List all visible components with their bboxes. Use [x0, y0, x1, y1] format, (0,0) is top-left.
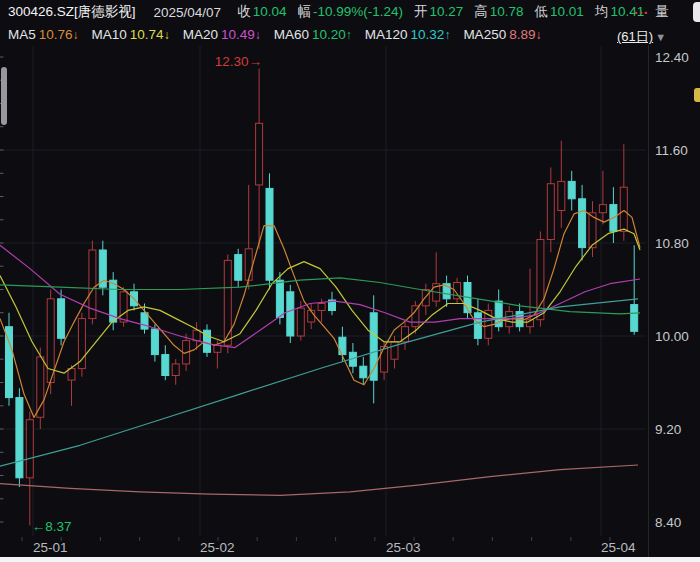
candlestick-chart[interactable]: 12.30→←8.3712.4011.6010.8010.009.208.402…	[0, 0, 700, 562]
low-price-annotation: ←8.37	[32, 519, 72, 534]
ma-line-MA120	[0, 299, 638, 466]
y-axis-label: 11.60	[655, 143, 688, 158]
candle-body	[37, 357, 44, 417]
candle-body	[235, 255, 242, 281]
candle-body	[568, 181, 575, 198]
candle-body	[547, 184, 554, 240]
candle-body	[381, 347, 388, 373]
candle-body	[120, 292, 127, 322]
candle-body	[266, 188, 273, 280]
candle-body	[599, 205, 606, 213]
candle-body	[193, 330, 200, 341]
candle-body	[276, 280, 283, 317]
candle-body	[162, 355, 169, 376]
candle-body	[151, 329, 158, 355]
candle-body	[287, 292, 294, 336]
candle-body	[620, 187, 627, 231]
candle-body	[26, 420, 33, 478]
candle-body	[214, 345, 221, 352]
candle-body	[16, 398, 23, 478]
y-axis-label: 8.40	[655, 515, 681, 530]
y-axis-label: 10.80	[655, 236, 689, 251]
candle-body	[422, 290, 429, 306]
candle-body	[474, 313, 481, 339]
candle-body	[256, 123, 263, 185]
high-price-annotation: 12.30→	[215, 54, 262, 69]
candle-body	[141, 313, 148, 329]
candle-body	[558, 181, 565, 210]
left-scrollbar-thumb[interactable]	[1, 67, 7, 125]
x-axis-label: 25-04	[601, 540, 636, 555]
candle-body	[360, 366, 367, 378]
x-axis-label: 25-03	[386, 540, 421, 555]
y-axis-label: 9.20	[655, 422, 681, 437]
candle-body	[224, 260, 231, 345]
right-edge-cut-button[interactable]	[693, 2, 700, 22]
candle-body	[318, 304, 325, 311]
candle-body	[631, 305, 638, 332]
candle-body	[297, 308, 304, 336]
right-edge-cut-marker	[694, 88, 700, 102]
candle-body	[245, 249, 252, 280]
candle-body	[58, 299, 65, 339]
candle-body	[579, 199, 586, 248]
x-axis-label: 25-01	[33, 540, 68, 555]
bottom-border	[0, 557, 700, 562]
y-axis-label: 10.00	[655, 329, 689, 344]
ma-line-MA250	[0, 465, 638, 495]
candle-body	[78, 319, 85, 369]
y-axis-label: 12.40	[655, 50, 689, 65]
x-axis-label: 25-02	[200, 540, 235, 555]
stock-chart-app: 300426.SZ[唐德影视] 2025/04/07 收10.04 幅-10.9…	[0, 0, 700, 562]
candle-body	[172, 364, 179, 376]
candle-body	[412, 306, 419, 327]
